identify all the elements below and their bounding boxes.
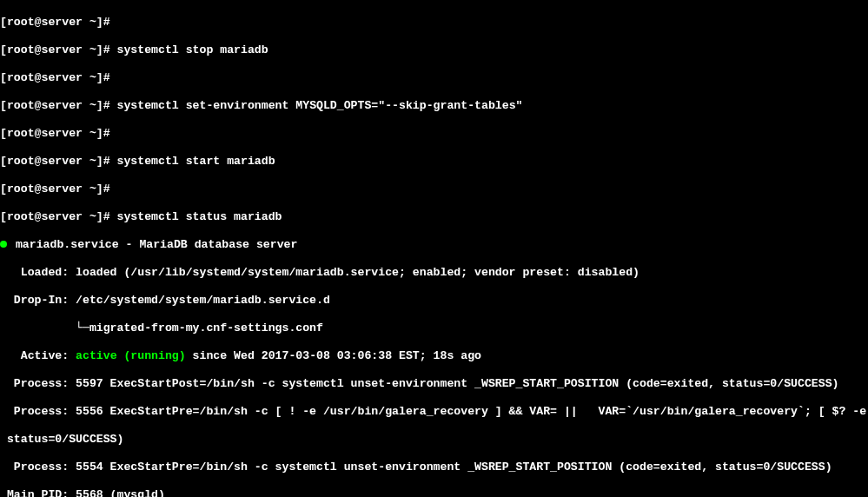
mainpid-line: Main PID: 5568 (mysqld) [0,488,868,497]
process-line-2b: status=0/SUCCESS) [0,433,868,447]
loaded-line: Loaded: loaded (/usr/lib/systemd/system/… [0,266,868,280]
shell-prompt: [root@server ~]# [0,99,117,112]
cmd-start: [root@server ~]# systemctl start mariadb [0,155,868,169]
cmd-setenv: [root@server ~]# systemctl set-environme… [0,99,868,113]
process-line-1: Process: 5597 ExecStartPost=/bin/sh -c s… [0,377,868,391]
process-line-3: Process: 5554 ExecStartPre=/bin/sh -c sy… [0,461,868,474]
shell-prompt: [root@server ~]# [0,71,117,84]
dropin-line-2: └─migrated-from-my.cnf-settings.conf [0,321,868,335]
cmd-status: [root@server ~]# systemctl status mariad… [0,210,868,224]
dropin-line-1: Drop-In: /etc/systemd/system/mariadb.ser… [0,294,868,308]
command-text: systemctl status mariadb [117,210,282,223]
command-text: systemctl set-environment MYSQLD_OPTS="-… [117,99,523,112]
unit-header: mariadb.service - MariaDB database serve… [0,238,868,252]
process-line-2a: Process: 5556 ExecStartPre=/bin/sh -c [ … [0,405,868,419]
shell-prompt: [root@server ~]# [0,182,117,195]
active-line: Active: active (running) since Wed 2017-… [0,349,868,363]
cmd-stop: [root@server ~]# systemctl stop mariadb [0,43,868,57]
shell-prompt: [root@server ~]# [0,210,117,223]
status-dot-icon [0,241,7,248]
command-text: systemctl start mariadb [117,155,275,168]
active-status: active (running) [76,349,186,362]
prompt-line: [root@server ~]# [0,71,868,85]
terminal-output[interactable]: [root@server ~]# [root@server ~]# system… [0,0,868,497]
shell-prompt: [root@server ~]# [0,127,117,140]
prompt-line: [root@server ~]# [0,16,868,30]
shell-prompt: [root@server ~]# [0,155,117,168]
shell-prompt: [root@server ~]# [0,16,117,29]
shell-prompt: [root@server ~]# [0,43,117,56]
prompt-line: [root@server ~]# [0,182,868,196]
command-text: systemctl stop mariadb [117,43,268,56]
prompt-line: [root@server ~]# [0,127,868,141]
